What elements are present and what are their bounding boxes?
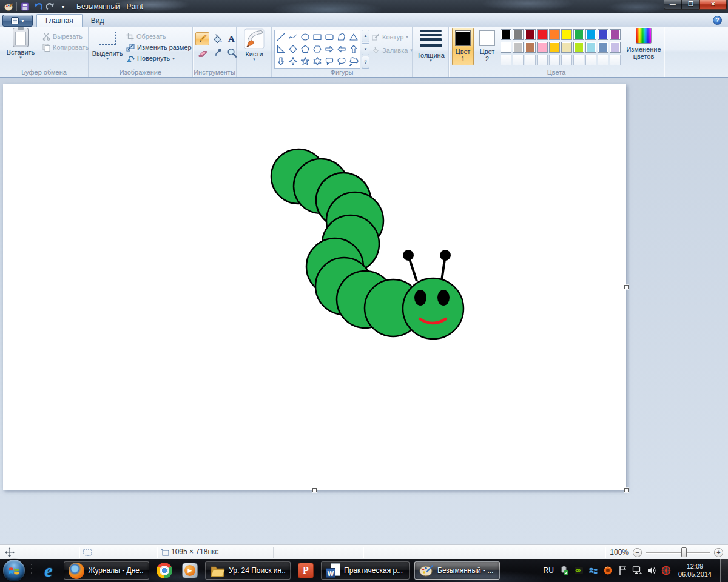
shape-callout-cloud[interactable] <box>348 55 360 67</box>
palette-swatch-empty[interactable] <box>598 55 608 65</box>
shape-star-5[interactable] <box>299 55 311 67</box>
palette-swatch[interactable] <box>573 29 584 40</box>
close-button[interactable]: ✕ <box>699 0 727 10</box>
network-tray-icon[interactable] <box>632 566 642 576</box>
shape-arrow-left[interactable] <box>335 43 348 55</box>
application-menu-button[interactable]: ▾ <box>2 15 33 27</box>
shape-rectangle[interactable] <box>311 31 323 43</box>
crop-button[interactable]: Обрезать <box>126 32 166 41</box>
shape-star-6[interactable] <box>311 55 323 67</box>
taskbar-word-window[interactable]: W Практическая р... <box>321 561 410 580</box>
palette-swatch[interactable] <box>537 42 548 53</box>
color-picker-tool[interactable] <box>210 46 224 59</box>
action-center-flag-icon[interactable] <box>618 566 628 576</box>
palette-swatch-empty[interactable] <box>525 55 536 65</box>
volume-tray-icon[interactable] <box>647 566 657 576</box>
zoom-slider-thumb[interactable] <box>681 547 687 557</box>
shape-callout-rounded[interactable] <box>323 55 335 67</box>
paste-button[interactable]: Вставить ▾ <box>4 28 37 59</box>
palette-swatch-empty[interactable] <box>500 55 511 65</box>
shape-triangle[interactable] <box>348 31 360 43</box>
canvas-resize-handle-bottom[interactable] <box>312 488 317 492</box>
shape-polygon[interactable] <box>335 31 348 43</box>
palette-swatch[interactable] <box>500 42 511 53</box>
save-button[interactable] <box>20 2 30 12</box>
help-button[interactable]: ? <box>713 16 722 25</box>
palette-swatch[interactable] <box>525 42 536 53</box>
start-button[interactable] <box>3 560 25 581</box>
undo-button[interactable] <box>33 2 42 12</box>
shape-ellipse[interactable] <box>299 31 311 43</box>
pencil-tool[interactable] <box>195 32 209 45</box>
taskbar-chrome-icon[interactable] <box>154 561 175 580</box>
shape-star-4[interactable] <box>287 55 299 67</box>
shape-right-triangle[interactable] <box>275 43 287 55</box>
select-button[interactable]: Выделить ▾ <box>91 28 124 60</box>
nvidia-tray-icon[interactable] <box>574 566 584 576</box>
palette-swatch-empty[interactable] <box>513 55 524 65</box>
palette-swatch-empty[interactable] <box>549 55 560 65</box>
palette-swatch[interactable] <box>585 29 596 40</box>
tab-home[interactable]: Главная <box>36 14 83 27</box>
palette-swatch[interactable] <box>561 42 572 53</box>
palette-swatch-empty[interactable] <box>537 55 548 65</box>
shape-outline-dropdown[interactable]: Контур▾ <box>372 32 408 42</box>
zoom-slider[interactable] <box>646 547 710 557</box>
rotate-button[interactable]: Повернуть▾ <box>126 53 175 63</box>
zoom-in-button[interactable]: + <box>714 548 723 557</box>
taskbar-folder-window[interactable]: Ур. 24 Поиск ин... <box>205 561 291 580</box>
palette-swatch[interactable] <box>610 42 621 53</box>
palette-swatch[interactable] <box>598 29 608 40</box>
resize-button[interactable]: Изменить размер <box>126 42 192 52</box>
color2-button[interactable]: Цвет 2 <box>476 28 498 65</box>
shape-curve[interactable] <box>287 31 299 43</box>
shape-rounded-rectangle[interactable] <box>323 31 335 43</box>
shape-diamond[interactable] <box>287 43 299 55</box>
zoom-out-button[interactable]: − <box>633 548 642 557</box>
shape-callout-oval[interactable] <box>335 55 348 67</box>
minimize-button[interactable]: — <box>664 0 682 10</box>
palette-swatch[interactable] <box>549 42 560 53</box>
taskbar-wmp-icon[interactable]: ▶ <box>180 561 200 580</box>
eraser-tool[interactable] <box>195 46 209 59</box>
palette-swatch[interactable] <box>513 29 524 40</box>
cut-button[interactable]: Вырезать <box>42 32 83 41</box>
palette-swatch-empty[interactable] <box>561 55 572 65</box>
taskbar-firefox-window[interactable]: Журналы - Дне... <box>64 561 149 580</box>
show-desktop-button[interactable] <box>720 559 728 582</box>
redo-button[interactable] <box>46 2 55 12</box>
shapes-more-button[interactable]: ⊽ <box>362 56 369 69</box>
shape-line[interactable] <box>275 31 287 43</box>
orange-app-tray-icon[interactable] <box>603 566 613 576</box>
palette-swatch[interactable] <box>598 42 608 53</box>
maximize-button[interactable]: ❐ <box>682 0 699 10</box>
palette-swatch-empty[interactable] <box>585 55 596 65</box>
shape-hexagon[interactable] <box>311 43 323 55</box>
color1-button[interactable]: Цвет 1 <box>452 28 474 65</box>
red-app-tray-icon[interactable] <box>661 566 672 576</box>
palette-swatch-empty[interactable] <box>573 55 584 65</box>
clock[interactable]: 12:09 06.05.2014 <box>678 563 712 578</box>
palette-swatch[interactable] <box>525 29 536 40</box>
palette-swatch[interactable] <box>549 29 560 40</box>
palette-swatch[interactable] <box>537 29 548 40</box>
language-indicator[interactable]: RU <box>544 566 554 575</box>
taskbar-powerpoint-icon[interactable]: P <box>295 561 316 580</box>
qat-customize-dropdown-icon[interactable]: ▾ <box>58 2 68 12</box>
shapes-scroll-down-button[interactable]: ▾ <box>362 43 369 56</box>
palette-swatch[interactable] <box>500 29 511 40</box>
drawing-canvas[interactable] <box>3 84 626 490</box>
shape-arrow-right[interactable] <box>323 43 335 55</box>
usb-device-tray-icon[interactable] <box>559 566 570 576</box>
shapes-scroll-up-button[interactable]: ▴ <box>362 30 369 42</box>
shape-arrow-up[interactable] <box>348 43 360 55</box>
palette-swatch[interactable] <box>513 42 524 53</box>
tab-view[interactable]: Вид <box>83 14 113 27</box>
palette-swatch[interactable] <box>573 42 584 53</box>
palette-swatch[interactable] <box>561 29 572 40</box>
shape-arrow-down[interactable] <box>275 55 287 67</box>
fill-tool[interactable] <box>210 32 224 45</box>
palette-swatch[interactable] <box>585 42 596 53</box>
copy-button[interactable]: Копировать <box>42 42 89 52</box>
brushes-button[interactable]: Кисти ▾ <box>238 28 271 61</box>
